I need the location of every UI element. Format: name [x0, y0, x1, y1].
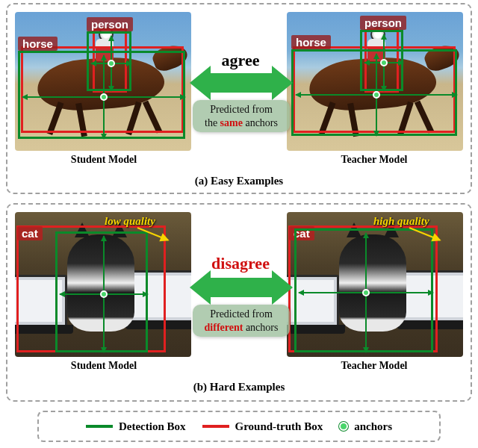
legend-swatch-dot — [339, 422, 348, 431]
teacher-image-easy: horse person — [287, 12, 463, 151]
annotation-high-quality: high quality — [373, 215, 429, 228]
predicted-badge-same: Predicted from the same anchors — [193, 100, 290, 132]
caption-student-a: Student Model — [55, 154, 152, 166]
det-label-person: person — [360, 16, 406, 30]
predicted-badge-different: Predicted from different anchors — [193, 305, 290, 337]
caption-teacher-a: Teacher Model — [326, 154, 423, 166]
teacher-image-hard: cat high quality — [287, 212, 463, 357]
anchor-dot — [362, 289, 370, 296]
det-label-person: person — [87, 17, 133, 31]
legend-row: Detection Box Ground-truth Box anchors — [39, 412, 439, 441]
double-arrow-icon — [209, 73, 273, 93]
badge-line2-pre: the — [205, 117, 220, 128]
annotation-low-quality: low quality — [105, 215, 155, 228]
det-box-cat — [294, 228, 433, 352]
badge-line2-post: anchors — [243, 322, 278, 333]
caption-teacher-b: Teacher Model — [326, 360, 423, 372]
legend-label-anchors: anchors — [354, 420, 392, 433]
anchor-dot — [373, 91, 380, 99]
student-image-hard: cat low quality — [15, 212, 191, 357]
anchor-dot — [380, 59, 388, 66]
legend-item-detection: Detection Box — [86, 420, 186, 433]
badge-em: different — [205, 322, 243, 333]
legend-panel: Detection Box Ground-truth Box anchors — [37, 411, 441, 442]
det-box-person: person — [360, 30, 403, 91]
det-box-cat — [55, 231, 148, 352]
anchor-dot — [108, 60, 115, 67]
caption-student-b: Student Model — [55, 360, 152, 372]
double-arrow-icon — [209, 278, 273, 297]
panel-hard-examples: cat low quality cat high quality disagre… — [6, 203, 472, 402]
legend-swatch-green — [86, 425, 113, 428]
det-label-horse: horse — [291, 35, 331, 49]
legend-label-detection: Detection Box — [119, 420, 186, 433]
badge-line1: Predicted from — [210, 104, 273, 115]
gt-label-cat: cat — [17, 226, 43, 240]
anchor-dot — [100, 290, 108, 298]
anchor-dot — [100, 93, 108, 101]
caption-panel-b: (b) Hard Examples — [7, 381, 471, 393]
panel-easy-examples: horse person horse — [6, 3, 472, 194]
det-label-horse: horse — [18, 37, 58, 51]
student-image-easy: horse person — [15, 12, 191, 151]
det-box-person: person — [87, 31, 131, 91]
legend-item-ground-truth: Ground-truth Box — [202, 420, 323, 433]
badge-line1: Predicted from — [210, 308, 273, 320]
caption-panel-a: (a) Easy Examples — [7, 175, 471, 187]
legend-label-ground-truth: Ground-truth Box — [235, 420, 323, 433]
badge-line2-post: anchors — [243, 117, 278, 128]
legend-item-anchors: anchors — [339, 420, 392, 433]
legend-swatch-red — [202, 425, 229, 428]
badge-em: same — [220, 117, 243, 128]
